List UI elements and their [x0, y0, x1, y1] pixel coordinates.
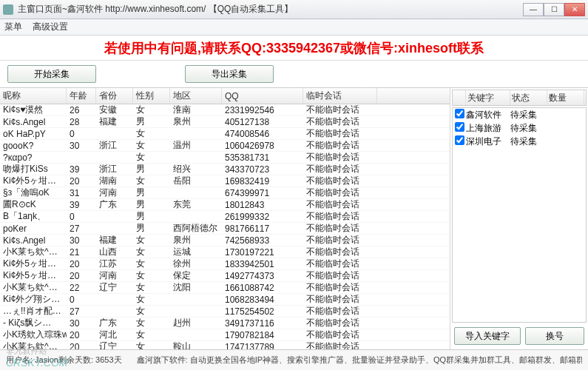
table-row[interactable]: Ki¢外グ翔シ…0女1068283494不能临时会话: [0, 294, 450, 306]
table-row[interactable]: 小K莱ち欸^…21山西女运城1730197221不能临时会话: [0, 246, 450, 258]
keyword-row[interactable]: 深圳电子待采集: [453, 135, 586, 148]
export-collect-button[interactable]: 导出采集: [185, 65, 274, 83]
table-row[interactable]: ?καpo?女535381731不能临时会话: [0, 152, 450, 164]
minimize-button[interactable]: —: [523, 3, 544, 16]
keyword-header: 关键字 状态 数量: [452, 90, 587, 106]
keyword-row[interactable]: 鑫河软件待采集: [453, 108, 586, 121]
toolbar: 开始采集 导出采集: [0, 61, 588, 87]
keyword-body: 鑫河软件待采集上海旅游待采集深圳电子待采集: [452, 107, 587, 323]
table-row[interactable]: 小K莱ち欸^…20辽宁女鞍山1747137789不能临时会话: [0, 341, 450, 349]
menubar: 菜单 高级设置: [0, 19, 588, 36]
start-collect-button[interactable]: 开始采集: [7, 65, 96, 83]
statusbar: 用户名: Jasion 剩余天数: 3653天 鑫河旗下软件: 自动更换全国各地…: [0, 349, 588, 370]
change-account-button[interactable]: 换号: [525, 327, 584, 345]
kw-col-count[interactable]: 数量: [547, 90, 584, 105]
table-row[interactable]: Ki¢外5ヶ坩…20湖南女岳阳169832419不能临时会话: [0, 175, 450, 187]
table-row[interactable]: goooK?30浙江女温州1060426978不能临时会话: [0, 140, 450, 152]
results-table: 昵称 年龄 省份 性别 地区 QQ 临时会话 Ki¢s♥漠然26安徽女淮南233…: [0, 88, 450, 349]
table-body[interactable]: Ki¢s♥漠然26安徽女淮南2331992546不能临时会话Ki¢s.Angel…: [0, 104, 450, 349]
col-age[interactable]: 年龄: [67, 88, 96, 104]
col-province[interactable]: 省份: [96, 88, 133, 104]
table-row[interactable]: oK HaP.pY0女474008546不能临时会话: [0, 128, 450, 140]
keyword-panel: 关键字 状态 数量 鑫河软件待采集上海旅游待采集深圳电子待采集 导入关键字 换号: [450, 88, 588, 349]
col-region[interactable]: 地区: [170, 88, 222, 104]
status-note: 鑫河旗下软件: 自动更换全国各地IP神器、搜索引擎推广器、批量验证并登录助手、Q…: [122, 354, 582, 366]
close-button[interactable]: ✕: [564, 3, 585, 16]
status-user: 用户名: Jasion: [6, 354, 58, 366]
col-nick[interactable]: 昵称: [0, 88, 67, 104]
banner-text: 若使用中有问题,请联系QQ:3335942367或微信号:xinhesoft联系: [0, 36, 588, 61]
table-row[interactable]: pоKer27男西阿梧德尔981766117不能临时会话: [0, 223, 450, 235]
table-row[interactable]: B「1aηk、0男261999332不能临时会话: [0, 211, 450, 223]
table-row[interactable]: §з「瀹嗚οK31河南男674399971不能临时会话: [0, 187, 450, 199]
table-row[interactable]: 小K莱ち欸^…22辽宁女沈阳1661088742不能临时会话: [0, 282, 450, 294]
table-row[interactable]: Ki¢s.Angel28福建男泉州405127138不能临时会话: [0, 116, 450, 128]
keyword-checkbox[interactable]: [455, 109, 464, 118]
maximize-button[interactable]: ☐: [544, 3, 564, 16]
keyword-row[interactable]: 上海旅游待采集: [453, 121, 586, 135]
status-days: 剩余天数: 3653天: [58, 354, 122, 366]
table-row[interactable]: 吻爆打KiSs39浙江男绍兴343370723不能临时会话: [0, 164, 450, 175]
table-row[interactable]: …ぇ!!肖オ配…27女1175254502不能临时会话: [0, 306, 450, 317]
table-row[interactable]: Ki¢s♥漠然26安徽女淮南2331992546不能临时会话: [0, 104, 450, 116]
col-session[interactable]: 临时会话: [303, 88, 377, 104]
kw-col-keyword[interactable]: 关键字: [466, 90, 510, 105]
table-row[interactable]: 小K琇欸入琮珠w20河北女1790782184不能临时会话: [0, 329, 450, 341]
keyword-checkbox[interactable]: [455, 135, 464, 145]
app-icon: [3, 4, 13, 15]
keyword-checkbox[interactable]: [455, 122, 464, 132]
table-row[interactable]: - Kiζs飘シ…30广东女赳州3491737116不能临时会话: [0, 317, 450, 329]
table-header: 昵称 年龄 省份 性别 地区 QQ 临时会话: [0, 88, 450, 104]
menu-advanced[interactable]: 高级设置: [33, 21, 68, 33]
window-titlebar: 主窗口页面~鑫河软件 http://www.xinhesoft.com/ 【QQ…: [0, 0, 588, 19]
window-title: 主窗口页面~鑫河软件 http://www.xinhesoft.com/ 【QQ…: [18, 3, 523, 16]
table-row[interactable]: Ki¢外5ヶ坩…20河南女保定1492774373不能临时会话: [0, 270, 450, 282]
col-gender[interactable]: 性别: [133, 88, 170, 104]
menu-main[interactable]: 菜单: [4, 21, 22, 33]
table-row[interactable]: Ki¢s.Angel30福建女泉州742568933不能临时会话: [0, 235, 450, 246]
table-row[interactable]: Ki¢外5ヶ坩…20江苏女徐州1833942501不能临时会话: [0, 258, 450, 270]
import-keyword-button[interactable]: 导入关键字: [454, 327, 521, 345]
col-qq[interactable]: QQ: [222, 88, 303, 104]
kw-col-status[interactable]: 状态: [510, 90, 547, 105]
table-row[interactable]: 圃R⊙cK39广东男东莞18012843不能临时会话: [0, 199, 450, 211]
